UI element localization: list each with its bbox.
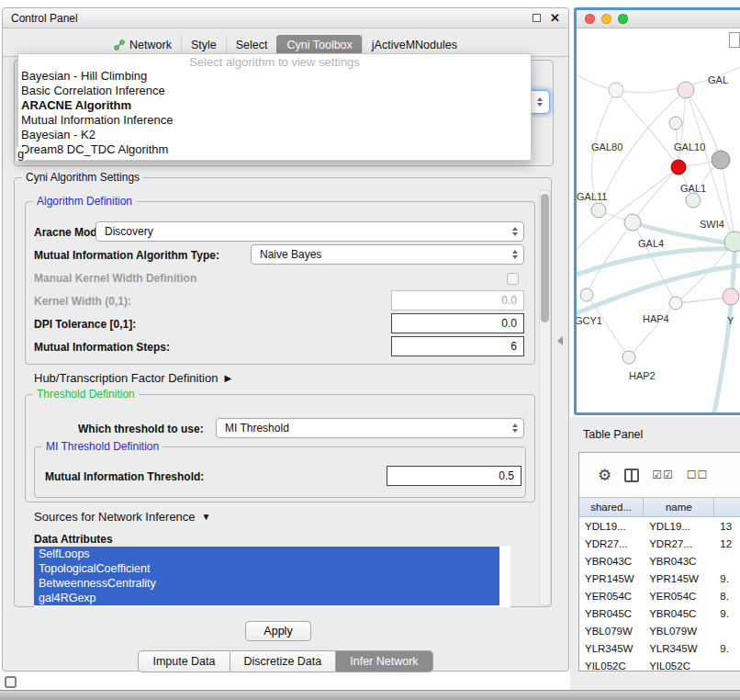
table-cell[interactable]: 9. xyxy=(714,570,740,587)
network-edge[interactable] xyxy=(577,265,740,313)
network-node[interactable] xyxy=(712,151,730,169)
network-canvas[interactable]: GALGAL80GAL10GAL11GAL1SWI4GAL4GCY1HAP4HA… xyxy=(577,28,740,415)
table-cell[interactable]: YER054C xyxy=(644,587,714,604)
network-node[interactable] xyxy=(624,214,641,231)
list-item[interactable]: SelfLoops xyxy=(34,547,499,561)
network-node[interactable] xyxy=(591,203,606,218)
table-cell[interactable]: 12 xyxy=(714,535,740,552)
table-row[interactable]: YBR045CYBR045C9. xyxy=(579,604,740,622)
tab-style[interactable]: Style xyxy=(181,35,226,55)
table-cell[interactable]: 9. xyxy=(714,604,740,622)
close-light-icon[interactable] xyxy=(585,14,595,24)
table-row[interactable]: YDR27...YDR27...12 xyxy=(579,535,740,552)
minimize-light-icon[interactable] xyxy=(601,14,611,24)
table-cell[interactable]: YER054C xyxy=(579,587,644,604)
tab-jactivemnodules[interactable]: jActiveMNodules xyxy=(362,35,466,55)
table-row[interactable]: YLR345WYLR345W9. xyxy=(579,639,740,657)
hub-section-toggle[interactable]: Hub/Transcription Factor Definition ▶ xyxy=(34,371,231,385)
column-header[interactable] xyxy=(714,498,740,516)
network-node[interactable] xyxy=(723,288,739,305)
mi-threshold-field[interactable]: 0.5 xyxy=(387,466,521,486)
network-node[interactable] xyxy=(669,297,682,310)
network-node[interactable] xyxy=(678,82,694,98)
restore-panel-icon[interactable] xyxy=(5,676,17,688)
float-panel-icon[interactable] xyxy=(533,14,541,22)
column-header[interactable]: name xyxy=(644,498,714,516)
clear-all-checkboxes-icon[interactable]: ☐☐ xyxy=(687,469,709,481)
network-node[interactable] xyxy=(580,288,593,301)
table-cell[interactable]: YPR145W xyxy=(579,570,644,587)
table-row[interactable]: YIL052CYIL052C xyxy=(579,657,740,672)
overview-box[interactable] xyxy=(729,32,740,48)
menu-item[interactable]: Basic Correlation Inference xyxy=(18,84,531,98)
network-node[interactable] xyxy=(622,351,635,364)
table-cell[interactable]: 13 xyxy=(714,517,740,535)
table-cell[interactable]: YLR345W xyxy=(644,639,714,657)
network-node[interactable] xyxy=(724,231,740,252)
table-cell[interactable]: YBR043C xyxy=(579,552,644,570)
table-cell[interactable]: YLR345W xyxy=(579,639,644,657)
menu-item[interactable]: Bayesian - Hill Climbing xyxy=(18,69,531,84)
network-edge[interactable] xyxy=(629,303,676,357)
network-window-titlebar[interactable] xyxy=(577,10,740,28)
table-cell[interactable]: YPR145W xyxy=(644,570,714,587)
table-row[interactable]: YER054CYER054C8. xyxy=(579,587,740,604)
network-edge[interactable] xyxy=(714,252,734,412)
aracne-mode-select[interactable]: Discovery xyxy=(95,221,524,242)
table-cell[interactable]: 8. xyxy=(714,587,740,604)
table-cell[interactable]: YIL052C xyxy=(579,657,644,672)
panel-collapse-handle[interactable] xyxy=(557,336,563,345)
mi-steps-field[interactable]: 6 xyxy=(391,336,524,356)
table-cell[interactable]: YBR045C xyxy=(644,604,714,622)
table-row[interactable]: YBR043CYBR043C xyxy=(579,552,740,570)
dpi-tolerance-field[interactable]: 0.0 xyxy=(391,313,524,333)
list-item[interactable]: TopologicalCoefficient xyxy=(34,561,499,576)
table-row[interactable]: YDL19...YDL19...13 xyxy=(579,517,740,535)
tab-cyni-toolbox[interactable]: Cyni Toolbox xyxy=(276,35,361,55)
table-row[interactable]: YPR145WYPR145W9. xyxy=(579,570,740,587)
tab-impute-data[interactable]: Impute Data xyxy=(138,650,230,672)
menu-item[interactable]: Mutual Information Inference xyxy=(18,113,531,128)
list-item[interactable]: gal4RGexp xyxy=(34,591,499,605)
control-panel-titlebar[interactable]: Control Panel ✕ xyxy=(3,8,568,28)
settings-scrollbar[interactable] xyxy=(539,190,551,605)
network-node[interactable] xyxy=(669,117,682,130)
table-cell[interactable]: YBR045C xyxy=(579,604,644,622)
network-node[interactable] xyxy=(686,193,701,208)
table-cell[interactable]: YDL19... xyxy=(579,517,644,535)
sources-section-toggle[interactable]: Sources for Network Inference ▼ xyxy=(34,510,210,524)
tab-network[interactable]: Network xyxy=(105,35,181,55)
table-cell[interactable]: YDR27... xyxy=(579,535,644,552)
table-row[interactable]: YBL079WYBL079W xyxy=(579,622,740,639)
kernel-width-field[interactable]: 0.0 xyxy=(391,290,524,310)
menu-item[interactable]: Dream8 DC_TDC Algorithm xyxy=(18,142,531,157)
columns-icon[interactable] xyxy=(624,469,639,482)
zoom-light-icon[interactable] xyxy=(618,14,628,24)
table-cell[interactable]: YIL052C xyxy=(644,657,714,672)
network-view-window[interactable]: GALGAL80GAL10GAL11GAL1SWI4GAL4GCY1HAP4HA… xyxy=(574,7,740,415)
table-cell[interactable]: YDR27... xyxy=(644,535,714,552)
tab-select[interactable]: Select xyxy=(226,35,277,55)
menu-item[interactable]: ARACNE Algorithm xyxy=(18,98,531,113)
table-cell[interactable] xyxy=(714,552,740,570)
mi-type-select[interactable]: Naive Bayes xyxy=(251,244,524,265)
select-all-checkboxes-icon[interactable]: ☑☑ xyxy=(652,469,674,481)
which-threshold-select[interactable]: MI Threshold xyxy=(216,418,524,438)
table-cell[interactable]: YBL079W xyxy=(644,622,714,639)
list-item[interactable]: BetweennessCentrality xyxy=(34,576,499,591)
network-edge[interactable] xyxy=(633,167,678,222)
gear-icon[interactable]: ⚙ xyxy=(598,468,611,483)
network-node[interactable] xyxy=(671,160,686,175)
table-cell[interactable]: YBL079W xyxy=(579,622,644,639)
tab-infer-network[interactable]: Infer Network xyxy=(336,650,432,672)
close-panel-icon[interactable]: ✕ xyxy=(550,12,560,24)
manual-kernel-checkbox[interactable] xyxy=(507,273,519,285)
column-header[interactable]: shared... xyxy=(579,498,644,516)
network-node[interactable] xyxy=(609,83,623,97)
table-cell[interactable] xyxy=(714,622,740,639)
table-cell[interactable]: YBR043C xyxy=(644,552,714,570)
table-cell[interactable] xyxy=(714,657,740,672)
menu-item[interactable]: Bayesian - K2 xyxy=(18,128,531,142)
apply-button[interactable]: Apply xyxy=(245,621,311,641)
table-cell[interactable]: YDL19... xyxy=(644,517,714,535)
